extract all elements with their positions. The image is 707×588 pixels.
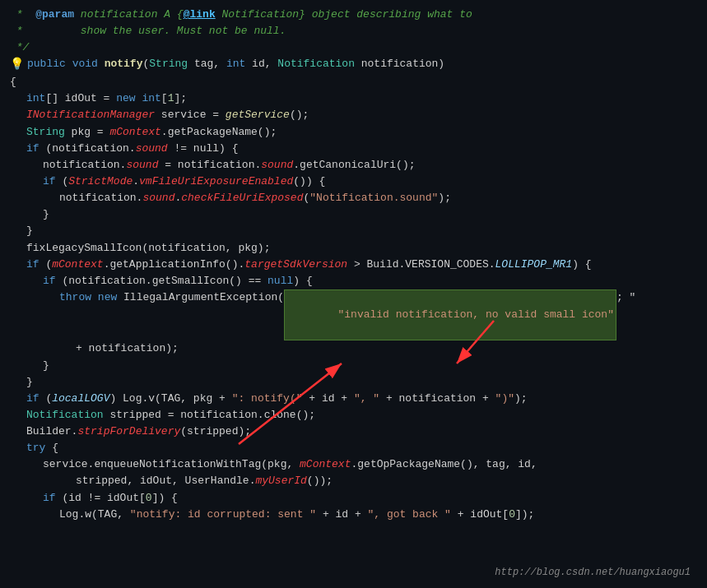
comment-rest: object describing what to	[305, 7, 472, 23]
line-1: * @param notification A { @link Notifica…	[10, 7, 697, 23]
code-container: * @param notification A { @link Notifica…	[0, 0, 707, 588]
line-12: notification. sound . checkFileUriExpose…	[10, 190, 697, 206]
line-22: if ( localLOGV ) Log.v(TAG, pkg + ": not…	[10, 391, 697, 407]
line-27: stripped, idOut, UserHandle. myUserId ()…	[10, 473, 697, 489]
line-6: int [] idOut = new int [ 1 ];	[10, 90, 697, 107]
line-20: }	[10, 358, 697, 374]
comment-span: *	[10, 7, 35, 23]
string-close-paren: ")"	[495, 391, 514, 407]
sound-field2: sound	[126, 157, 158, 174]
comment-brace2: Notification}	[216, 7, 305, 23]
mcontext-var3: mContext	[300, 456, 351, 473]
kw-if5: if	[26, 391, 40, 407]
line-23: Notification stripped = notification.clo…	[10, 407, 697, 424]
vmfile-method: vmFileUriExposureEnabled	[139, 174, 293, 190]
string-notif-sound: "Notification.sound"	[309, 190, 438, 206]
line-2: * show the user. Must not be null.	[10, 23, 697, 39]
kw-new1: new	[116, 90, 135, 107]
line-16: if ( mContext .getApplicationInfo(). tar…	[10, 257, 697, 273]
myuserid-method: myUserId	[255, 473, 306, 489]
type-notification2: Notification	[26, 407, 104, 424]
num-0: 0	[146, 490, 152, 507]
strictmode-class: StrictMode	[68, 174, 133, 190]
sound-field3: sound	[261, 157, 293, 174]
line-13: }	[10, 206, 697, 223]
kw-try: try	[26, 440, 45, 456]
type-string2: String	[26, 124, 65, 141]
mcontext-var2: mContext	[52, 257, 103, 273]
comment-line2: * show the user. Must not be null.	[10, 23, 286, 39]
line-9: if (notification. sound != null) {	[10, 141, 697, 157]
kw-if4: if	[43, 273, 56, 289]
kw-int: int	[226, 56, 245, 72]
string-notify: ": notify("	[232, 391, 303, 407]
sound-field1: sound	[136, 141, 168, 157]
line-21: }	[10, 374, 697, 391]
watermark: http://blog.csdn.net/huangxiaogu1	[495, 567, 691, 578]
kw-void: void	[72, 56, 98, 72]
kw-if2: if	[43, 174, 56, 190]
kw-if6: if	[43, 490, 56, 507]
lollipop-const: LOLLIPOP_MR1	[495, 257, 573, 273]
string-notify-corrupted: "notify: id corrupted: sent "	[130, 507, 316, 523]
line-11: if ( StrictMode . vmFileUriExposureEnabl…	[10, 174, 697, 190]
sound-field4: sound	[142, 190, 174, 206]
kw-throw: throw	[59, 289, 91, 306]
string-comma: ", "	[354, 391, 379, 407]
line-5: {	[10, 74, 697, 90]
num-0b: 0	[509, 507, 515, 523]
kw-int3: int	[142, 90, 160, 107]
num-1: 1	[168, 90, 174, 107]
string-got-back: ", got back "	[368, 507, 451, 523]
error-string: "invalid notification, no valid small ic…	[338, 308, 614, 321]
kw-new2: new	[98, 289, 117, 306]
line-29: Log.w(TAG, "notify: id corrupted: sent "…	[10, 507, 697, 523]
type-notification: Notification	[277, 56, 355, 72]
line-18: throw new IllegalArgumen tException( "in…	[10, 289, 697, 340]
code-block: * @param notification A { @link Notifica…	[0, 0, 707, 530]
comment-text: notification A	[74, 7, 177, 23]
stripfordelivery-method: stripForDelivery	[77, 424, 180, 440]
getservice-method: getService	[226, 107, 290, 123]
targetsdk-field: targetSdkVersion	[244, 257, 347, 273]
kw-int2: int	[26, 90, 45, 107]
line-25: try {	[10, 440, 697, 456]
locallogv-var: localLOGV	[52, 391, 109, 407]
link-annotation: @link	[184, 7, 216, 23]
line-10: notification. sound = notification. soun…	[10, 157, 697, 174]
lightbulb-icon: 💡	[10, 56, 24, 74]
kw-if3: if	[26, 257, 40, 273]
error-string-highlight: "invalid notification, no valid small ic…	[284, 289, 616, 340]
kw-null: null	[267, 273, 293, 289]
kw-public: public	[27, 56, 66, 72]
line-24: Builder. stripForDelivery (stripped);	[10, 424, 697, 440]
line-7: INotificationManager service = getServic…	[10, 107, 697, 123]
comment-brace1: {	[177, 7, 184, 23]
type-string: String	[149, 56, 188, 72]
open-brace: {	[10, 74, 16, 90]
line-3: */	[10, 39, 697, 56]
line-8: String pkg = mContext . getPackageName()…	[10, 124, 697, 141]
checkfile-method: checkFileUriExposed	[181, 190, 303, 206]
line-15: fixLegacySmallIcon(notification, pkg);	[10, 240, 697, 257]
comment-close: */	[10, 39, 29, 56]
line-17: if (notification.getSmallIcon() == null …	[10, 273, 697, 289]
annotation-param: @param	[35, 7, 74, 23]
line-28: if (id != idOut[ 0 ]) {	[10, 490, 697, 507]
kw-if1: if	[26, 141, 40, 157]
line-26: service.enqueueNotificationWithTag(pkg, …	[10, 456, 697, 473]
inotification-type: INotificationManager	[26, 107, 155, 123]
line-4: 💡 public void notify ( String tag, int i…	[10, 56, 697, 74]
line-14: }	[10, 223, 697, 239]
mcontext-var: mContext	[109, 124, 160, 141]
line-19: + notification);	[10, 340, 697, 357]
method-notify: notify	[105, 56, 143, 72]
